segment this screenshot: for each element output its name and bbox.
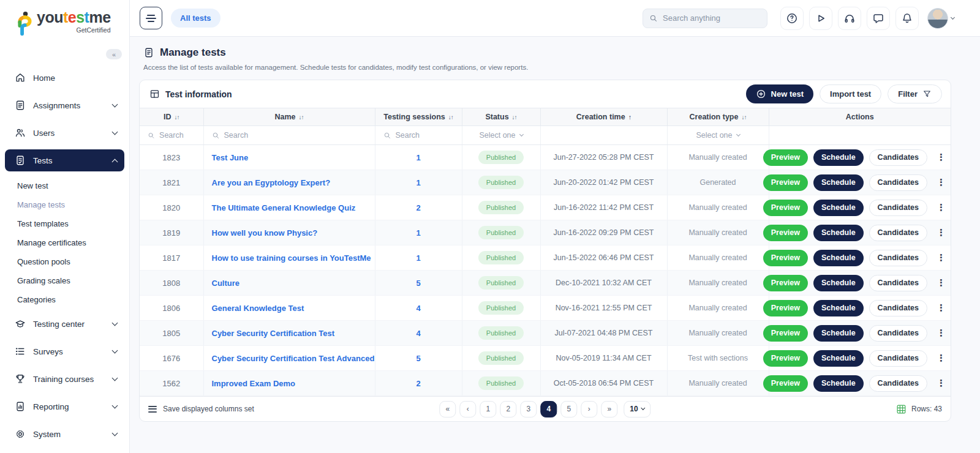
kebab-menu-icon[interactable]: ⋮ <box>937 302 946 313</box>
status-filter-select[interactable]: Select one <box>462 131 540 140</box>
sidebar-item-testing-center[interactable]: Testing center <box>5 313 124 335</box>
submenu-item-grading-scales[interactable]: Grading scales <box>17 271 124 290</box>
candidates-button[interactable]: Candidates <box>869 300 927 316</box>
candidates-button[interactable]: Candidates <box>869 200 927 216</box>
preview-button[interactable]: Preview <box>763 300 808 316</box>
pagination-next-button[interactable]: › <box>581 401 597 417</box>
col-header-id[interactable]: ID↓↑ <box>140 108 203 126</box>
sidebar-item-training-courses[interactable]: Training courses <box>5 368 124 390</box>
preview-button[interactable]: Preview <box>763 325 808 342</box>
sort-ascending-icon[interactable]: ↑ <box>628 113 631 121</box>
testing-sessions-link[interactable]: 5 <box>416 279 420 288</box>
testing-sessions-link[interactable]: 4 <box>416 304 420 313</box>
test-name-link[interactable]: The Ultimate General Knowledge Quiz <box>212 203 356 212</box>
submenu-item-test-templates[interactable]: Test templates <box>17 214 124 233</box>
sidebar-item-assignments[interactable]: Assignments <box>5 94 124 116</box>
avatar[interactable] <box>927 8 948 29</box>
pagination-page-3[interactable]: 3 <box>520 401 537 417</box>
test-name-link[interactable]: How to use training courses in YouTestMe <box>212 253 371 263</box>
testing-sessions-link[interactable]: 1 <box>416 153 420 162</box>
kebab-menu-icon[interactable]: ⋮ <box>937 353 946 364</box>
id-filter[interactable] <box>140 131 203 140</box>
breadcrumb[interactable]: All tests <box>171 9 221 28</box>
testing-sessions-link[interactable]: 1 <box>416 253 420 263</box>
test-name-link[interactable]: Are you an Egyptology Expert? <box>212 178 331 187</box>
filter-button[interactable]: Filter <box>888 84 942 103</box>
col-header-testing-sessions[interactable]: Testing sessions↓↑ <box>375 108 462 126</box>
testing-sessions-link[interactable]: 5 <box>416 354 420 363</box>
sort-icon[interactable]: ↓↑ <box>448 114 453 121</box>
submenu-item-categories[interactable]: Categories <box>17 290 124 309</box>
testing-sessions-link[interactable]: 1 <box>416 178 420 187</box>
schedule-button[interactable]: Schedule <box>813 250 864 266</box>
test-name-link[interactable]: Test June <box>212 153 249 162</box>
test-name-link[interactable]: Cyber Security Certification Test Advanc… <box>212 354 375 363</box>
import-test-button[interactable]: Import test <box>820 84 881 103</box>
schedule-button[interactable]: Schedule <box>813 275 864 291</box>
col-header-creation-time[interactable]: Creation time↑ <box>540 108 667 126</box>
name-filter-input[interactable] <box>224 131 363 140</box>
candidates-button[interactable]: Candidates <box>869 250 927 266</box>
user-menu[interactable] <box>927 8 954 29</box>
candidates-button[interactable]: Candidates <box>869 275 927 291</box>
support-button[interactable] <box>838 7 861 30</box>
messages-button[interactable] <box>867 7 890 30</box>
schedule-button[interactable]: Schedule <box>813 300 864 316</box>
notifications-button[interactable] <box>895 7 919 30</box>
sort-icon[interactable]: ↓↑ <box>175 114 179 121</box>
candidates-button[interactable]: Candidates <box>869 325 927 342</box>
schedule-button[interactable]: Schedule <box>813 325 864 342</box>
new-test-button[interactable]: New test <box>746 84 813 103</box>
kebab-menu-icon[interactable]: ⋮ <box>937 277 946 288</box>
candidates-button[interactable]: Candidates <box>869 149 927 166</box>
preview-button[interactable]: Preview <box>763 174 808 191</box>
excel-export-icon[interactable] <box>896 404 907 414</box>
kebab-menu-icon[interactable]: ⋮ <box>937 152 946 163</box>
candidates-button[interactable]: Candidates <box>869 225 927 241</box>
col-header-creation-type[interactable]: Creation type↓↑ <box>667 108 769 126</box>
preview-button[interactable]: Preview <box>763 200 808 216</box>
testing-sessions-link[interactable]: 2 <box>416 379 420 388</box>
pagination-page-4-current[interactable]: 4 <box>540 401 557 417</box>
kebab-menu-icon[interactable]: ⋮ <box>937 202 946 213</box>
testing-sessions-link[interactable]: 4 <box>416 329 420 338</box>
menu-toggle-button[interactable] <box>140 7 162 29</box>
test-name-link[interactable]: How well you know Physic? <box>212 228 318 238</box>
testing-sessions-link[interactable]: 1 <box>416 228 420 238</box>
submenu-item-manage-certificates[interactable]: Manage certificates <box>17 233 124 252</box>
pagination-prev-button[interactable]: ‹ <box>459 401 476 417</box>
kebab-menu-icon[interactable]: ⋮ <box>937 177 946 188</box>
help-button[interactable] <box>780 7 804 30</box>
schedule-button[interactable]: Schedule <box>813 174 864 191</box>
tour-button[interactable] <box>809 7 832 30</box>
schedule-button[interactable]: Schedule <box>813 350 864 367</box>
sessions-filter-input[interactable] <box>395 131 461 140</box>
candidates-button[interactable]: Candidates <box>869 350 927 367</box>
sort-icon[interactable]: ↓↑ <box>741 114 746 121</box>
sidebar-item-tests[interactable]: Tests <box>5 149 124 171</box>
submenu-item-manage-tests[interactable]: Manage tests <box>17 195 124 214</box>
pagination-first-button[interactable]: « <box>439 401 456 417</box>
kebab-menu-icon[interactable]: ⋮ <box>937 378 946 389</box>
pagination-last-button[interactable]: » <box>601 401 617 417</box>
preview-button[interactable]: Preview <box>763 275 808 291</box>
col-header-name[interactable]: Name↓↑ <box>203 108 375 126</box>
candidates-button[interactable]: Candidates <box>869 375 927 392</box>
test-name-link[interactable]: General Knowledge Test <box>212 304 304 313</box>
sidebar-item-system[interactable]: System <box>5 423 124 445</box>
id-filter-input[interactable] <box>159 131 203 140</box>
save-columns-button[interactable]: Save displayed columns set <box>148 404 254 414</box>
schedule-button[interactable]: Schedule <box>813 225 864 241</box>
global-search[interactable] <box>643 9 767 28</box>
name-filter[interactable] <box>204 131 375 140</box>
schedule-button[interactable]: Schedule <box>813 149 864 166</box>
schedule-button[interactable]: Schedule <box>813 200 864 216</box>
sidebar-item-users[interactable]: Users <box>5 122 124 144</box>
candidates-button[interactable]: Candidates <box>869 174 927 191</box>
schedule-button[interactable]: Schedule <box>813 375 864 392</box>
test-name-link[interactable]: Culture <box>212 279 240 288</box>
col-header-status[interactable]: Status↓↑ <box>462 108 540 126</box>
pagination-page-5[interactable]: 5 <box>560 401 577 417</box>
sessions-filter[interactable] <box>375 131 462 140</box>
pagination-page-2[interactable]: 2 <box>500 401 516 417</box>
